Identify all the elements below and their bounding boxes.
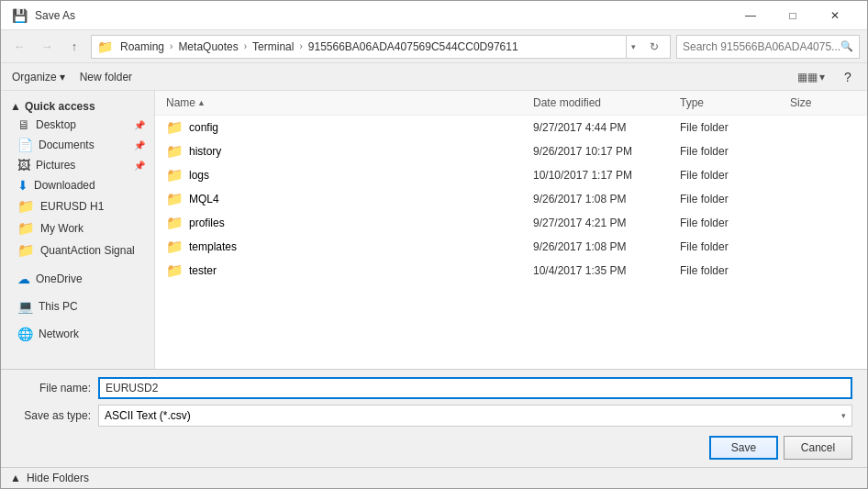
file-date: 9/26/2017 1:08 PM	[529, 190, 676, 208]
quick-access-chevron-icon: ▲	[10, 100, 21, 113]
table-row[interactable]: 📁 templates 9/26/2017 1:08 PM File folde…	[155, 235, 867, 259]
col-date-label: Date modified	[533, 96, 601, 109]
file-type: File folder	[676, 261, 786, 280]
organize-label: Organize	[12, 71, 57, 83]
file-name-cell: 📁 templates	[162, 236, 529, 258]
help-button[interactable]: ?	[836, 65, 860, 89]
quantaction-folder-icon: 📁	[17, 242, 35, 259]
window-icon: 💾	[12, 8, 28, 23]
hide-folders-bar[interactable]: ▲ Hide Folders	[1, 467, 867, 488]
file-name: tester	[189, 264, 217, 277]
savetype-select[interactable]: ASCII Text (*.csv) ▾	[98, 405, 852, 427]
refresh-button[interactable]: ↻	[644, 37, 664, 57]
col-size-label: Size	[790, 96, 811, 109]
table-row[interactable]: 📁 config 9/27/2017 4:44 PM File folder	[155, 116, 867, 139]
window-title: Save As	[35, 9, 75, 22]
folder-icon: 📁	[166, 191, 184, 207]
up-button[interactable]: ↑	[63, 36, 85, 58]
file-type: File folder	[676, 214, 786, 232]
sidebar-item-quantaction[interactable]: 📁 QuantAction Signal	[1, 239, 154, 261]
file-name-cell: 📁 logs	[162, 164, 529, 186]
hide-folders-label: Hide Folders	[27, 472, 89, 484]
sidebar-item-thispc[interactable]: 💻 This PC	[1, 296, 154, 317]
pictures-icon: 🖼	[17, 158, 30, 172]
folder-icon: 📁	[166, 143, 184, 160]
sidebar-item-onedrive[interactable]: ☁ OneDrive	[1, 269, 154, 289]
filename-label: File name:	[16, 382, 98, 395]
button-row: Save Cancel	[16, 432, 852, 460]
col-header-name[interactable]: Name ▲	[162, 93, 529, 113]
organize-button[interactable]: Organize ▾	[8, 69, 69, 85]
breadcrumb-id[interactable]: 915566BA06ADA407569C544CC0D97611	[305, 39, 522, 55]
breadcrumb-terminal[interactable]: Terminal	[249, 39, 297, 55]
col-header-type[interactable]: Type	[676, 93, 786, 113]
sidebar-item-documents[interactable]: 📄 Documents 📌	[1, 135, 154, 155]
sidebar-thispc-label: This PC	[39, 300, 78, 313]
file-list-header: Name ▲ Date modified Type Size	[155, 91, 867, 116]
file-type: File folder	[676, 190, 786, 208]
search-input[interactable]	[683, 40, 840, 53]
file-name: history	[189, 145, 221, 158]
sidebar-item-eurusd[interactable]: 📁 EURUSD H1	[1, 195, 154, 217]
mywork-folder-icon: 📁	[17, 220, 35, 237]
save-button[interactable]: Save	[709, 436, 778, 460]
table-row[interactable]: 📁 logs 10/10/2017 1:17 PM File folder	[155, 163, 867, 187]
file-name-cell: 📁 config	[162, 117, 529, 139]
table-row[interactable]: 📁 history 9/26/2017 10:17 PM File folder	[155, 139, 867, 163]
sidebar-item-downloaded[interactable]: ⬇ Downloaded	[1, 175, 154, 195]
table-row[interactable]: 📁 profiles 9/27/2017 4:21 PM File folder	[155, 211, 867, 235]
new-folder-button[interactable]: New folder	[76, 69, 136, 85]
file-name-cell: 📁 MQL4	[162, 188, 529, 210]
pin-icon-docs: 📌	[134, 140, 145, 150]
sidebar-pictures-label: Pictures	[36, 159, 75, 172]
sort-arrow-icon: ▲	[197, 98, 206, 107]
file-name: MQL4	[189, 193, 219, 206]
search-icon: 🔍	[840, 40, 853, 52]
sidebar-separator-3	[1, 317, 154, 324]
sidebar-item-mywork[interactable]: 📁 My Work	[1, 217, 154, 239]
sidebar-item-desktop[interactable]: 🖥 Desktop 📌	[1, 115, 154, 135]
folder-icon: 📁	[166, 262, 184, 279]
file-name-cell: 📁 tester	[162, 260, 529, 282]
address-dropdown-button[interactable]: ▾	[626, 35, 640, 59]
filename-input[interactable]	[98, 377, 852, 399]
address-bar[interactable]: 📁 Roaming › MetaQuotes › Terminal › 9155…	[91, 35, 671, 59]
cancel-button[interactable]: Cancel	[784, 436, 852, 460]
col-name-label: Name	[166, 96, 195, 109]
save-as-dialog: 💾 Save As — □ ✕ ← → ↑ 📁 Roaming › MetaQu…	[0, 0, 868, 489]
sidebar-separator-1	[1, 261, 154, 269]
table-row[interactable]: 📁 tester 10/4/2017 1:35 PM File folder	[155, 259, 867, 283]
file-name: config	[189, 121, 218, 134]
file-size	[786, 149, 860, 154]
close-button[interactable]: ✕	[814, 2, 856, 29]
maximize-button[interactable]: □	[772, 2, 814, 29]
toolbar: ← → ↑ 📁 Roaming › MetaQuotes › Terminal …	[1, 30, 867, 63]
quick-access-header[interactable]: ▲ Quick access	[1, 94, 154, 115]
main-area: ▲ Quick access 🖥 Desktop 📌 📄 Documents 📌…	[1, 91, 867, 369]
col-type-label: Type	[680, 96, 704, 109]
search-box: 🔍	[676, 35, 860, 59]
sidebar-network-label: Network	[39, 328, 79, 340]
breadcrumb-metaquotes[interactable]: MetaQuotes	[174, 39, 241, 55]
file-date: 9/26/2017 1:08 PM	[529, 238, 676, 256]
breadcrumb: Roaming › MetaQuotes › Terminal › 915566…	[117, 39, 622, 55]
folder-icon: 📁	[166, 239, 184, 255]
sidebar-item-pictures[interactable]: 🖼 Pictures 📌	[1, 155, 154, 175]
download-icon: ⬇	[17, 178, 28, 193]
back-button[interactable]: ←	[8, 36, 30, 58]
breadcrumb-roaming[interactable]: Roaming	[117, 39, 168, 55]
minimize-button[interactable]: —	[729, 2, 772, 29]
file-type: File folder	[676, 142, 786, 161]
title-bar-left: 💾 Save As	[12, 8, 75, 23]
thispc-icon: 💻	[17, 299, 33, 314]
forward-button[interactable]: →	[36, 36, 58, 58]
file-name: logs	[189, 169, 209, 182]
file-size	[786, 172, 860, 178]
file-size	[786, 125, 860, 130]
sidebar-item-network[interactable]: 🌐 Network	[1, 324, 154, 344]
col-header-date[interactable]: Date modified	[529, 93, 676, 113]
col-header-size[interactable]: Size	[786, 93, 860, 113]
sidebar-quantaction-label: QuantAction Signal	[40, 244, 135, 257]
table-row[interactable]: 📁 MQL4 9/26/2017 1:08 PM File folder	[155, 187, 867, 211]
view-button[interactable]: ▦▦ ▾	[794, 69, 829, 85]
